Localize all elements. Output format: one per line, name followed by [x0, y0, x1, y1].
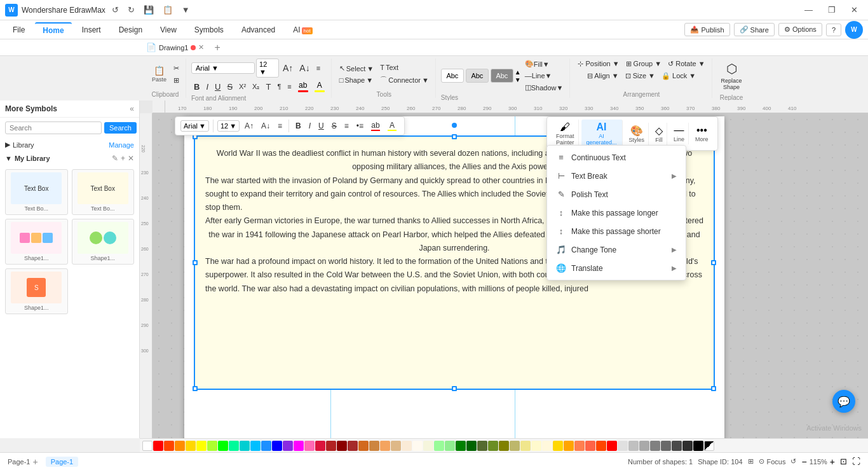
- strikethrough-button[interactable]: S: [224, 81, 235, 93]
- paragraph-button[interactable]: ¶: [275, 81, 283, 92]
- page-tab[interactable]: Page-1: [46, 457, 78, 467]
- close-button[interactable]: ✕: [846, 3, 863, 17]
- font-size-selector[interactable]: 12 ▼: [256, 59, 279, 78]
- tab-home[interactable]: Home: [35, 22, 71, 38]
- handle-br[interactable]: [711, 386, 716, 391]
- new-button[interactable]: 📋: [160, 4, 175, 16]
- ft-font-up-button[interactable]: A↑: [242, 120, 256, 132]
- color-swatch-beige[interactable]: [423, 441, 433, 451]
- align-btn[interactable]: ⊟ Align ▼: [585, 71, 621, 81]
- handle-ml[interactable]: [193, 260, 198, 265]
- ft-underline-button[interactable]: U: [316, 120, 327, 132]
- color-swatch-coral[interactable]: [574, 441, 585, 451]
- color-swatch-teal[interactable]: [240, 441, 250, 451]
- color-swatch-orange[interactable]: [175, 441, 185, 451]
- shadow-button[interactable]: ◫ Shadow ▼: [522, 82, 566, 93]
- list-button[interactable]: ≡: [285, 81, 294, 92]
- color-swatch-blueviolet[interactable]: [283, 441, 293, 451]
- color-swatch-crimson[interactable]: [315, 441, 325, 451]
- bold-button[interactable]: B: [191, 81, 202, 93]
- ft-align-button[interactable]: ≡: [275, 120, 285, 132]
- color-swatch-lightgreen[interactable]: [445, 441, 455, 451]
- ft-list-bullet-button[interactable]: •≡: [354, 120, 366, 132]
- ai-generated-button[interactable]: AI AI generated...: [581, 120, 623, 148]
- ft-highlight-button[interactable]: A: [385, 120, 399, 132]
- styles-button[interactable]: 🎨 Styles: [625, 123, 649, 145]
- italic-button[interactable]: I: [203, 81, 211, 93]
- select-button[interactable]: ↖ Select ▼: [337, 63, 376, 74]
- color-swatch-peru[interactable]: [369, 441, 379, 451]
- ai-chat-button[interactable]: 💬: [832, 390, 855, 413]
- replace-shape-button[interactable]: ⬡ ReplaceShape: [717, 59, 746, 93]
- menu-continuous-text[interactable]: ≡ Continuous Text: [547, 148, 686, 167]
- text-button[interactable]: T Text: [377, 62, 431, 73]
- color-swatch-silver[interactable]: [628, 441, 639, 451]
- color-swatch-navy-blue[interactable]: [272, 441, 282, 451]
- connector-button[interactable]: ⌒ Connector ▼: [377, 74, 431, 86]
- color-swatch-bw[interactable]: [704, 441, 714, 451]
- undo-button[interactable]: ↺: [109, 4, 121, 16]
- color-swatch-burlywood[interactable]: [391, 441, 401, 451]
- menu-polish-text[interactable]: ✎ Polish Text: [547, 185, 686, 204]
- font-size-dropdown[interactable]: 12 ▼: [217, 120, 240, 132]
- ft-italic-button[interactable]: I: [306, 120, 313, 132]
- color-swatch-red2[interactable]: [607, 441, 617, 451]
- font-family-dropdown[interactable]: Arial ▼: [180, 120, 209, 132]
- fullscreen-button[interactable]: ⛶: [852, 457, 860, 466]
- fill-button[interactable]: 🎨 Fill ▼: [522, 59, 566, 69]
- ft-strikethrough-button[interactable]: S: [329, 120, 339, 132]
- line-button[interactable]: — Line ▼: [522, 71, 566, 81]
- menu-make-shorter[interactable]: ↕ Make this passage shorter: [547, 222, 686, 240]
- more-button[interactable]: ••• More: [691, 123, 712, 144]
- thumbnail-2[interactable]: Text Box Text Bo...: [72, 169, 135, 215]
- menu-text-break[interactable]: ⊢ Text Break ▶: [547, 167, 686, 185]
- align-button[interactable]: ≡: [314, 63, 323, 73]
- color-swatch-spring[interactable]: [229, 441, 239, 451]
- ai-fill-button[interactable]: ◇ Fill: [651, 123, 667, 145]
- sidebar-collapse-button[interactable]: «: [130, 104, 134, 113]
- style-swatch-2[interactable]: Abc: [466, 69, 489, 83]
- handle-bl[interactable]: [193, 386, 198, 391]
- add-page-button[interactable]: +: [32, 457, 37, 467]
- superscript-button[interactable]: X²: [236, 81, 248, 92]
- ft-font-color-button[interactable]: ab: [369, 120, 383, 132]
- color-swatch-lime[interactable]: [218, 441, 228, 451]
- zoom-in-button[interactable]: +: [830, 457, 835, 467]
- fit-page-button[interactable]: ⊡: [840, 457, 847, 466]
- color-swatch-darkgray2[interactable]: [672, 441, 682, 451]
- manage-link[interactable]: Manage: [109, 141, 134, 149]
- highlight-button[interactable]: A: [312, 79, 327, 93]
- color-swatch-green[interactable]: [456, 441, 466, 451]
- color-swatch-darkgreen[interactable]: [466, 441, 477, 451]
- search-input[interactable]: [5, 121, 102, 134]
- font-color-button[interactable]: ab: [295, 79, 311, 93]
- add-tab-button[interactable]: +: [210, 42, 224, 53]
- tab-symbols[interactable]: Symbols: [187, 23, 231, 37]
- text-format-button[interactable]: T: [263, 81, 273, 93]
- ft-list-ordered-button[interactable]: ≡: [342, 120, 351, 132]
- color-swatch-black[interactable]: [693, 441, 703, 451]
- underline-button[interactable]: U: [212, 81, 223, 93]
- color-swatch-hotpink[interactable]: [304, 441, 315, 451]
- menu-translate[interactable]: 🌐 Translate ▶: [547, 259, 686, 277]
- color-swatch-olive[interactable]: [488, 441, 498, 451]
- color-swatch-olive2[interactable]: [499, 441, 509, 451]
- size-button[interactable]: ⊡ Size ▼: [623, 71, 658, 81]
- color-swatch-olivedrab[interactable]: [477, 441, 487, 451]
- font-size-up-button[interactable]: A↑: [280, 62, 295, 74]
- tab-advanced[interactable]: Advanced: [234, 23, 283, 37]
- handle-bc[interactable]: [452, 386, 457, 391]
- style-swatch-1[interactable]: Abc: [441, 69, 464, 83]
- tab-insert[interactable]: Insert: [74, 23, 109, 37]
- color-swatch-lemon[interactable]: [531, 441, 541, 451]
- cut-button[interactable]: ✂: [171, 63, 182, 74]
- focus-button[interactable]: ⊙ Focus: [759, 457, 786, 466]
- format-painter-button[interactable]: 🖌 Format Painter: [552, 120, 579, 148]
- color-swatch-yellow[interactable]: [196, 441, 207, 451]
- group-button[interactable]: ⊞ Group ▼: [623, 59, 665, 69]
- style-swatch-3[interactable]: Abc: [491, 69, 513, 83]
- thumbnail-1[interactable]: Text Box Text Bo...: [5, 169, 68, 215]
- color-swatch-darkred[interactable]: [337, 441, 347, 451]
- my-library-edit-button[interactable]: ✎: [112, 154, 118, 163]
- color-swatch-gray[interactable]: [650, 441, 660, 451]
